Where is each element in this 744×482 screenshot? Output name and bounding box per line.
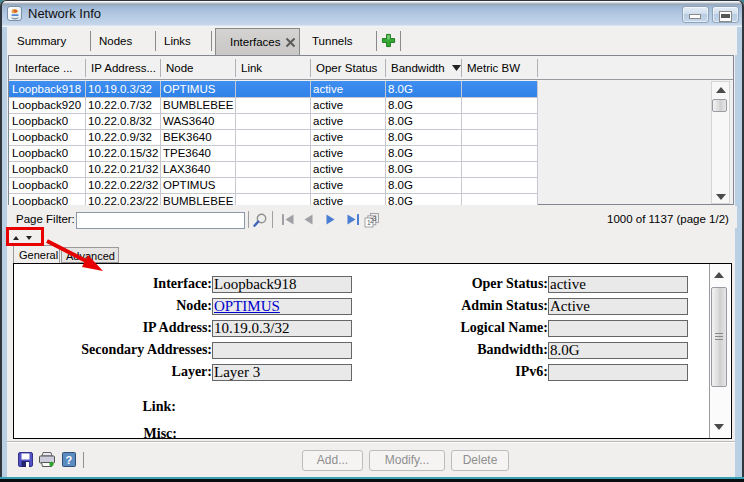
svg-text:?: ? [66, 454, 73, 466]
svg-text:3: 3 [373, 215, 377, 222]
